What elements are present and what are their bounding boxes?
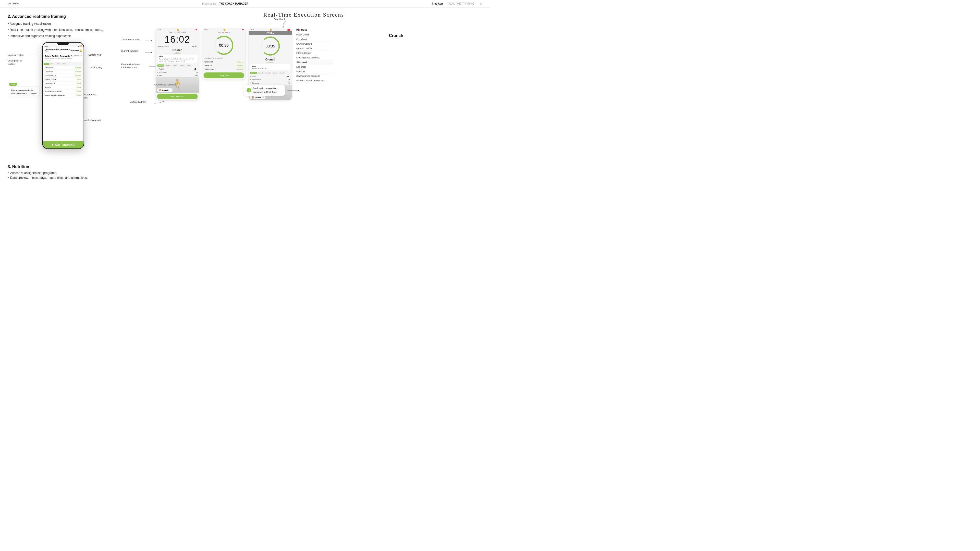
ex-item-5[interactable]: Interno Coscia Pierna xyxy=(43,82,84,86)
ex-item-1[interactable]: Plank Gomiti Abdomen xyxy=(43,66,84,70)
bullet-3: Immersive and organized training experie… xyxy=(8,34,118,38)
serie-1[interactable]: Serie 1 xyxy=(158,65,164,67)
multimedia-arrow xyxy=(154,100,165,104)
far-right-8: Hip trust xyxy=(296,69,333,74)
ex-item-8[interactable]: Affondo bulgado multipower Pierna xyxy=(43,94,84,97)
rest-row: Rest 60 xyxy=(158,74,197,77)
day-tab-3[interactable]: DÍA 3 xyxy=(56,63,61,65)
screen3-ex-name: Crunch xyxy=(249,57,292,61)
screen3-notes: Notas Aumenta peso cada set. xyxy=(250,64,290,70)
phone-mockup: 12:15 ▲ ▾ 📶 ☰ Rutina Judith. Renovada 2 … xyxy=(42,42,84,149)
header: THE COACH Presentation | THE COACH MANAG… xyxy=(0,0,490,8)
ex-name-2: Crunch Alti xyxy=(45,71,52,73)
pause-screen: 12:15 📶 PAUSA TIME 00:35 CURRENT EXERCIS… xyxy=(202,28,245,80)
serie-3[interactable]: Serie 3 xyxy=(172,65,178,67)
ex-item-7[interactable]: Stachi gambe semitese Pierna xyxy=(43,89,84,94)
ex-name-8: Affondo bulgado multipower xyxy=(45,94,65,97)
screen3-serie-5[interactable]: Serie 5 xyxy=(279,72,285,74)
more-icon-3[interactable]: ••• xyxy=(262,97,264,98)
ex-name-5: Interno Coscia xyxy=(45,83,56,84)
ex-muscle-4: Pierna xyxy=(76,79,82,81)
screen1-timer: 16:02 xyxy=(156,34,199,45)
realtime-label[interactable]: REAL-TIME TRAINING xyxy=(448,2,474,5)
day-tab-1[interactable]: DÍA 1 xyxy=(44,63,49,65)
annotation-count-back: Count back xyxy=(274,18,285,21)
day-tab-4[interactable]: DÍA 4 xyxy=(62,63,67,65)
ex-name-7: Stachi gambe semitese xyxy=(45,90,62,92)
start-training-button[interactable]: START TRAINING xyxy=(43,141,84,149)
header-right: Free App REAL-TIME TRAINING 14 xyxy=(432,2,482,5)
day-tab-2[interactable]: DÍA 2 xyxy=(50,63,56,65)
ex-item-2[interactable]: Crunch Alti Abdomen xyxy=(43,70,84,74)
brand-name: THE COACH MANAGER xyxy=(219,2,248,5)
weight-dot xyxy=(158,68,158,69)
annotation-current-exercise: Current exercise xyxy=(121,50,138,52)
annotation-current-week: Current week xyxy=(88,54,102,56)
far-right-7: Leg press xyxy=(296,65,333,69)
ex-item-4[interactable]: Externo Coscia Pierna xyxy=(43,78,84,82)
far-right-hip-trust: Hip trust xyxy=(296,60,333,65)
routine-header: Rutina Judith. Renovada 2 Durante las pr… xyxy=(43,54,84,62)
menu-icon[interactable]: ☰ xyxy=(45,49,46,52)
flag-icon-3 xyxy=(288,29,290,31)
ex-name-1: Plank Gomiti xyxy=(45,67,54,68)
far-right-5: Interno Coscia xyxy=(296,51,333,56)
ex-item-6[interactable]: Hip trust Pierna xyxy=(43,86,84,89)
screen1-notes: Notes This army begins with the flexion … xyxy=(158,55,197,63)
day-tabs[interactable]: DÍA 1 DÍA 2 DÍA 3 DÍA 4 xyxy=(43,62,84,66)
free-app-label[interactable]: Free App xyxy=(432,2,443,5)
edit-icon-weight[interactable]: ✎ xyxy=(197,68,197,70)
ex-muscle-7: Pierna xyxy=(76,90,82,92)
screen3-serie-4[interactable]: Serie 4 xyxy=(272,72,278,74)
execution-screen: 12:15 📶 EXECUTION TIME 16:02 Exercise Ti… xyxy=(156,28,199,100)
annotation-timer: Timer to execution xyxy=(121,38,140,41)
scroll-up-icon: ↑↑ xyxy=(247,88,251,93)
screen3-serie-3[interactable]: Serie 3 xyxy=(264,72,271,74)
far-right-10: Affondo bulgado multipower xyxy=(296,78,333,83)
ex-muscle-2: Abdomen xyxy=(74,71,82,73)
screen3-serie-1[interactable]: Serie 1 xyxy=(250,72,257,74)
changes-bold: Changes automatically xyxy=(11,89,33,91)
scroll-reorganize-callout: ↑↑ Scroll up to reorganize exercises in … xyxy=(244,85,285,96)
screen3-descanso-row: Descanso 60 xyxy=(250,81,290,85)
current-ex-arrow xyxy=(145,51,153,54)
serie-4[interactable]: Serie 4 xyxy=(179,65,185,67)
edit-icon-peso[interactable]: ✎ xyxy=(290,76,290,77)
ex-muscle-6: Pierna xyxy=(76,86,82,89)
jump-rest-button[interactable]: Jump rest xyxy=(204,73,244,78)
screen1-exercise-overlay: Crunch ••• xyxy=(157,88,173,92)
screen3-timer: 00:35 xyxy=(266,44,275,48)
done-badge: Done xyxy=(9,83,17,86)
flag-icon xyxy=(196,29,197,30)
current-ex-label: CURRENT EXERCISE xyxy=(202,57,245,60)
screen3-pause-circle: 00:35 xyxy=(261,37,280,56)
screen1-series[interactable]: Serie 1 Serie 2 Serie 3 Serie 4 Serie 5 xyxy=(156,64,199,67)
ex-muscle-1: Abdomen xyxy=(74,67,82,68)
serie-2[interactable]: Serie 2 xyxy=(164,65,171,67)
more-icon-1[interactable]: ••• xyxy=(169,89,171,91)
annotation-training-day: Training Day xyxy=(89,66,102,69)
annotation-multimedia: Multimedia Files xyxy=(130,101,146,103)
screen3-series[interactable]: Serie 1 Serie 2 Serie 3 Serie 4 Serie 5 xyxy=(249,71,292,75)
ex-item-3[interactable]: Crunch Gambe Abdomen xyxy=(43,74,84,78)
serie-5[interactable]: Serie 5 xyxy=(186,65,192,67)
avatar-3 xyxy=(251,96,254,99)
ex-name-6: Hip trust xyxy=(45,86,51,89)
screen3-exercise-overlay: Crunch ••• xyxy=(250,96,266,99)
screen1-ex-sub: Abdomen xyxy=(156,52,199,54)
more-link[interactable]: + Ver más xyxy=(45,59,73,61)
phone-notch xyxy=(57,43,69,45)
far-right-4: Externo Coscia xyxy=(296,46,333,51)
next-exercise-button[interactable]: Next exercise xyxy=(157,94,198,99)
screen3-serie-2[interactable]: Serie 2 xyxy=(257,72,264,74)
header-center: Presentation | THE COACH MANAGER xyxy=(202,2,248,5)
far-right-panel: Hip trust Plank Gomiti Crunch Alti Crunc… xyxy=(295,28,333,83)
bell-icon[interactable]: 🔔 xyxy=(80,49,82,52)
phone-navbar: ☰ Rutina Judith. Renovada 2 Rutinas 🔔 xyxy=(43,48,84,54)
screen2-status: 12:15 📶 xyxy=(202,28,245,31)
reps-dot xyxy=(158,72,158,73)
crunch-right-label: Crunch xyxy=(389,33,403,38)
rest-dot xyxy=(158,75,158,76)
far-right-1: Plank Gomiti xyxy=(296,32,333,37)
screen1-label: EXECUTION TIME xyxy=(156,31,199,34)
